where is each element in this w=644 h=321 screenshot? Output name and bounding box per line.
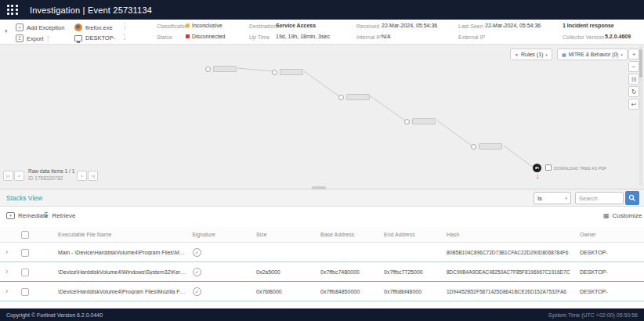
col-header-base[interactable]: Base Address (320, 232, 354, 237)
process-node-icon (205, 67, 211, 72)
export-menu-icon[interactable]: ⋮ (45, 35, 51, 42)
mitre-behavior-button[interactable]: ▦ MITRE & Behavior (0) ▾ (557, 49, 628, 60)
event-toolbar: ▾ + Add Exception ↥ Export ⋮ firefox.exe… (0, 20, 644, 45)
col-header-owner[interactable]: Owner (580, 232, 596, 237)
table-actions-bar: + Remediate ↧ Retrieve ▦ Customize (0, 207, 644, 227)
table-row[interactable]: › \Device\HarddiskVolume4\Windows\System… (0, 262, 644, 282)
first-page-button[interactable]: |< (3, 171, 13, 181)
fit-screen-button[interactable]: ⊡ (628, 74, 639, 85)
cell-size: 0x76f8000 (256, 289, 282, 294)
internal-ip-label: Internal IP (356, 34, 382, 40)
top-bar: Investigation | Event 25731134 (0, 0, 644, 20)
cell-hash: 8DC99B4A9DEAC48250AC7F85F8196967C1916D7C (447, 269, 577, 275)
mitre-grid-icon: ▦ (562, 52, 566, 57)
collapse-toolbar-icon[interactable]: ▾ (5, 28, 8, 34)
classification-label: Classification (157, 23, 189, 29)
signed-check-icon: ✓ (193, 248, 201, 257)
raw-data-id: ID 1758329782 (28, 175, 63, 181)
status-label: Status (157, 34, 172, 40)
destination-label: Destination (249, 23, 277, 29)
cell-owner: DESKTOP- (580, 250, 608, 255)
footer-bar: Copyright © Fortinet Version 6.2.0.0440 … (0, 308, 644, 321)
inconclusive-dot-icon (186, 23, 190, 27)
process-tree-canvas[interactable]: DOWNLOAD TREE AS PDF ↓ ▼ Rules (1) ▾ ▦ M… (0, 45, 644, 189)
apps-menu-icon[interactable] (7, 5, 18, 16)
export-button[interactable]: ↥ Export (16, 34, 44, 42)
search-input[interactable] (575, 192, 624, 204)
download-tree-hint: DOWNLOAD TREE AS PDF (554, 166, 606, 171)
col-header-executable[interactable]: Executable File Name (58, 232, 111, 237)
last-page-button[interactable]: >| (88, 171, 98, 181)
undo-button[interactable]: ↩ (628, 99, 639, 110)
cell-base: 0x7ffb84850000 (320, 289, 360, 294)
customize-button[interactable]: ▦ Customize (603, 212, 642, 219)
incident-response-link[interactable]: 1 Incident response (563, 23, 614, 28)
device-menu-icon[interactable]: ⋮ (121, 34, 128, 41)
process-node-label (213, 66, 237, 72)
select-all-checkbox[interactable] (21, 231, 29, 239)
destination-value: Service Access (276, 23, 316, 28)
table-row[interactable]: › Main - \Device\HarddiskVolume4\Program… (0, 243, 644, 262)
process-node-label (280, 69, 303, 75)
stacks-view-title: Stacks View (6, 194, 42, 202)
rules-button-label: Rules (1) (521, 52, 543, 57)
table-row[interactable]: › \Device\HarddiskVolume4\Program Files\… (0, 282, 644, 301)
process-chip[interactable]: firefox.exe (74, 23, 113, 31)
next-page-button[interactable]: > (77, 171, 87, 181)
zoom-out-button[interactable]: − (628, 61, 639, 72)
export-icon: ↥ (16, 34, 24, 42)
red-arrow-icon: ↓ (536, 172, 540, 180)
process-node[interactable] (205, 66, 237, 72)
stacks-view-bar: Stacks View Is ▾ (0, 189, 644, 207)
row-checkbox[interactable] (21, 269, 29, 276)
col-header-size[interactable]: Size (256, 232, 267, 237)
status-value: Disconnected (186, 34, 225, 39)
process-node-icon (338, 95, 344, 100)
cell-size: 0x2a5000 (256, 269, 280, 275)
chevron-down-icon: ▾ (620, 52, 623, 57)
process-node-label (412, 118, 436, 124)
col-header-signature[interactable]: Signature (192, 232, 215, 237)
process-name: firefox.exe (85, 24, 113, 31)
graph-scrollbar-thumb[interactable] (639, 49, 642, 78)
remediate-button[interactable]: + Remediate (6, 212, 49, 219)
classification-value: Inconclusive (186, 23, 223, 28)
signed-check-icon: ✓ (193, 268, 201, 276)
col-header-end[interactable]: End Address (384, 232, 415, 237)
process-node[interactable] (404, 118, 436, 124)
add-exception-button[interactable]: + Add Exception (16, 23, 64, 31)
system-time: System Time (UTC +02:00) 05:50:56 (548, 312, 638, 318)
table-header: Executable File Name Signature Size Base… (0, 227, 644, 243)
export-label: Export (27, 35, 44, 42)
process-node[interactable] (338, 94, 370, 100)
expand-row-icon[interactable]: › (5, 267, 8, 276)
retrieve-button[interactable]: ↧ Retrieve (43, 212, 75, 219)
cell-executable: \Device\HarddiskVolume4\Program Files\Mo… (58, 289, 186, 294)
zoom-in-button[interactable]: + (628, 49, 639, 60)
refresh-button[interactable]: ↻ (628, 86, 639, 97)
prev-page-button[interactable]: < (14, 171, 24, 181)
filter-operator-select[interactable]: Is ▾ (534, 192, 571, 204)
crop-icon[interactable] (545, 164, 552, 171)
external-ip-label: External IP (458, 34, 485, 40)
process-node[interactable] (471, 143, 502, 150)
col-header-hash[interactable]: Hash (447, 232, 459, 237)
expand-row-icon[interactable]: › (5, 247, 8, 256)
row-checkbox[interactable] (21, 249, 29, 257)
process-node-label (479, 143, 502, 150)
eye-icon[interactable] (533, 164, 541, 172)
process-menu-icon[interactable]: ⋮ (121, 23, 128, 30)
uptime-label: Up Time (249, 34, 270, 40)
cell-end: 0x7ffb8bf48000 (384, 289, 421, 294)
cell-executable: \Device\HarddiskVolume4\Windows\System32… (58, 269, 186, 275)
search-button[interactable] (625, 191, 639, 205)
cell-hash: 1D94452B52F5871425D8641BCE26D152A7532FA6 (447, 289, 577, 294)
device-chip[interactable]: DESKTOP- (74, 34, 115, 41)
rules-filter-button[interactable]: ▼ Rules (1) ▾ (510, 49, 552, 60)
cell-owner: DESKTOP- (580, 269, 608, 275)
process-node[interactable] (272, 69, 303, 75)
expand-row-icon[interactable]: › (5, 287, 8, 295)
row-checkbox[interactable] (21, 288, 29, 296)
raw-data-items-label: Raw data items 1 / 1 (28, 168, 74, 174)
signed-check-icon: ✓ (193, 287, 201, 296)
